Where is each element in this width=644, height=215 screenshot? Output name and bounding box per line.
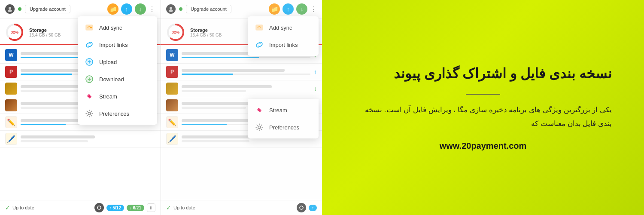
- download-icon-btn-2[interactable]: ↓: [296, 3, 307, 15]
- menu-item-add-sync[interactable]: Add sync: [78, 19, 157, 36]
- promo-description: یکی از بزرگترین ویژگی های برنامه ذخیره س…: [354, 103, 612, 131]
- bottom-bar-2: ✓ Up to date ↑: [161, 200, 322, 215]
- menu-item-add-sync-2[interactable]: Add sync: [248, 19, 319, 36]
- file-info-pdf-2: [182, 69, 310, 75]
- stream-icon-2: [255, 105, 264, 115]
- gear-icon-2: [255, 123, 264, 132]
- avatar-2: [166, 4, 176, 14]
- pen-thumb-1: ✏️: [5, 116, 17, 128]
- menu-item-import-links-2[interactable]: Import links: [248, 36, 319, 53]
- svg-point-22: [258, 126, 261, 129]
- svg-point-14: [170, 7, 172, 9]
- upgrade-button-2[interactable]: Upgrade account: [186, 5, 231, 13]
- word-icon-2: W: [166, 49, 178, 61]
- download-count-badge-1: ↓ 6/21: [127, 205, 144, 211]
- image-thumb-2: [5, 99, 17, 111]
- file-name-bar-2f: [182, 135, 256, 138]
- sync-icon-2: [297, 203, 306, 212]
- menu-label-add-sync: Add sync: [99, 25, 122, 31]
- promo-content: نسخه بندی فایل و اشتراک گذاری پیوند یکی …: [354, 64, 612, 151]
- file-name-bar-pen2: [21, 135, 95, 138]
- dropdown-bottom-2: Stream Preferences: [248, 99, 319, 138]
- top-bar-2: Upgrade account 📁 ↑ ↓ ⋮: [161, 0, 322, 18]
- upgrade-button-1[interactable]: Upgrade account: [25, 5, 70, 13]
- menu-item-stream-2[interactable]: Stream: [248, 101, 319, 119]
- promo-panel: نسخه بندی فایل و اشتراک گذاری پیوند یکی …: [322, 0, 644, 215]
- promo-url: www.20payment.com: [354, 141, 612, 151]
- stream-icon: [85, 92, 94, 101]
- more-options-1[interactable]: ⋮: [149, 5, 155, 13]
- svg-point-8: [88, 95, 91, 98]
- pen-thumb-1-2: ✏️: [166, 116, 178, 128]
- status-text-1: Up to date: [12, 205, 34, 210]
- file-item-pdf-2[interactable]: P ↑: [161, 64, 322, 80]
- upload-count-badge-2: ↑: [309, 205, 317, 211]
- pdf-icon-2: P: [166, 66, 178, 78]
- word-icon: W: [5, 49, 17, 61]
- screenshot-panel-2: Upgrade account 📁 ↑ ↓ ⋮: [161, 0, 322, 215]
- image-thumb-2-2: [166, 99, 178, 111]
- sync-icon-1: [94, 203, 104, 212]
- menu-item-preferences-2[interactable]: Preferences: [248, 119, 319, 136]
- upload-icon-btn-1[interactable]: ↑: [121, 3, 132, 15]
- file-name-bar-2c: [182, 85, 272, 88]
- file-info-pen2: [21, 135, 155, 142]
- file-info-img1-2: [182, 85, 310, 92]
- svg-point-15: [169, 9, 173, 12]
- file-sub-bar-img2: [21, 107, 85, 109]
- menu-label-preferences-2: Preferences: [269, 124, 299, 131]
- avatar-1: [5, 4, 15, 14]
- folder-sync-icon: [85, 23, 94, 32]
- file-sub-bar-2d: [182, 107, 246, 109]
- upload-count-badge-1: ↑ 5/12: [106, 205, 124, 211]
- image-thumb-1: [5, 83, 17, 95]
- top-bar-right-2: 📁 ↑ ↓ ⋮: [269, 3, 317, 15]
- top-bar-left-1: Upgrade account: [5, 4, 70, 14]
- top-bar-left-2: Upgrade account: [166, 4, 231, 14]
- file-sub-bar-2f: [182, 140, 249, 142]
- menu-item-download[interactable]: Download: [78, 71, 157, 88]
- top-bar-right-1: 📁 ↑ ↓ ⋮: [107, 3, 155, 15]
- promo-title: نسخه بندی فایل و اشتراک گذاری پیوند: [354, 64, 612, 83]
- file-item-img1-2[interactable]: ↓: [161, 80, 322, 97]
- download-icon-btn-1[interactable]: ↓: [135, 3, 146, 15]
- svg-rect-16: [256, 25, 263, 30]
- menu-item-upload[interactable]: Upload: [78, 53, 157, 71]
- folder-icon-btn-1[interactable]: 📁: [107, 3, 118, 15]
- link-icon: [85, 40, 94, 49]
- bottom-bar-1: ✓ Up to date ↑ 5/12 ↓ 6/21 ⏸: [0, 200, 161, 215]
- bottom-right-2: ↑: [297, 203, 317, 212]
- more-options-2[interactable]: ⋮: [310, 5, 317, 13]
- menu-item-preferences[interactable]: Preferences: [78, 105, 157, 122]
- check-icon-2: ✓: [166, 204, 171, 211]
- menu-label-add-sync-2: Add sync: [269, 25, 292, 31]
- upload-icon-btn-2[interactable]: ↑: [283, 3, 294, 15]
- storage-pct-1: 32%: [11, 30, 18, 34]
- menu-label-download: Download: [99, 76, 124, 83]
- status-section-1: ✓ Up to date: [5, 204, 34, 211]
- svg-point-21: [258, 109, 261, 111]
- pdf-icon: P: [5, 66, 17, 78]
- folder-icon-btn-2[interactable]: 📁: [269, 3, 280, 15]
- check-icon-1: ✓: [5, 204, 10, 211]
- storage-pct-2: 32%: [172, 30, 179, 34]
- menu-item-import-links[interactable]: Import links: [78, 36, 157, 53]
- storage-circle-1: 32%: [5, 23, 24, 42]
- menu-item-stream[interactable]: Stream: [78, 88, 157, 105]
- online-dot-2: [179, 7, 182, 11]
- file-item-pen2[interactable]: 🖊️: [0, 131, 161, 147]
- pause-button-1[interactable]: ⏸: [147, 203, 155, 212]
- menu-label-import-links: Import links: [99, 42, 128, 48]
- upload-arrow-pdf-2: ↑: [314, 68, 317, 75]
- file-name-bar-2b: [182, 69, 285, 72]
- menu-label-stream-2: Stream: [269, 107, 287, 114]
- app-ui-1: Upgrade account 📁 ↑ ↓ ⋮: [0, 0, 161, 215]
- svg-point-9: [88, 112, 91, 115]
- link-icon-2: [255, 40, 264, 49]
- svg-point-3: [90, 27, 92, 28]
- dropdown-menu-2: Add sync Import links: [248, 16, 319, 56]
- image-thumb-1-2: [166, 83, 178, 95]
- menu-label-preferences: Preferences: [99, 111, 129, 117]
- file-sub-bar-img1: [21, 90, 85, 92]
- svg-point-1: [8, 9, 12, 12]
